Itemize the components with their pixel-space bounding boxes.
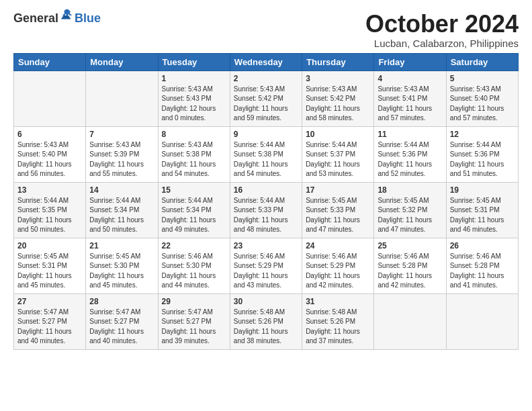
day-info: Sunrise: 5:44 AM Sunset: 5:36 PM Dayligh… (378, 140, 442, 179)
calendar-cell: 20Sunrise: 5:45 AM Sunset: 5:31 PM Dayli… (14, 238, 86, 293)
day-info: Sunrise: 5:44 AM Sunset: 5:35 PM Dayligh… (17, 196, 82, 235)
day-number: 15 (162, 185, 226, 195)
calendar-cell: 1Sunrise: 5:43 AM Sunset: 5:43 PM Daylig… (158, 71, 230, 126)
header-wednesday: Wednesday (230, 53, 302, 71)
day-info: Sunrise: 5:47 AM Sunset: 5:27 PM Dayligh… (17, 308, 82, 347)
day-info: Sunrise: 5:44 AM Sunset: 5:37 PM Dayligh… (306, 140, 370, 179)
day-info: Sunrise: 5:47 AM Sunset: 5:27 PM Dayligh… (89, 308, 154, 347)
day-info: Sunrise: 5:45 AM Sunset: 5:33 PM Dayligh… (306, 196, 370, 235)
day-info: Sunrise: 5:46 AM Sunset: 5:30 PM Dayligh… (162, 252, 226, 291)
day-info: Sunrise: 5:46 AM Sunset: 5:29 PM Dayligh… (234, 252, 298, 291)
calendar-cell: 7Sunrise: 5:43 AM Sunset: 5:39 PM Daylig… (86, 126, 158, 182)
header-tuesday: Tuesday (158, 53, 230, 71)
day-info: Sunrise: 5:45 AM Sunset: 5:30 PM Dayligh… (89, 252, 154, 291)
day-info: Sunrise: 5:43 AM Sunset: 5:43 PM Dayligh… (162, 85, 226, 124)
calendar-cell: 23Sunrise: 5:46 AM Sunset: 5:29 PM Dayli… (230, 238, 302, 293)
day-number: 17 (306, 185, 370, 195)
day-info: Sunrise: 5:43 AM Sunset: 5:40 PM Dayligh… (17, 140, 82, 179)
day-info: Sunrise: 5:43 AM Sunset: 5:42 PM Dayligh… (234, 85, 298, 124)
day-number: 26 (450, 241, 515, 250)
day-number: 4 (378, 74, 442, 83)
day-number: 30 (234, 297, 298, 306)
day-number: 20 (17, 241, 82, 250)
title-block: October 2024 Lucban, Calabarzon, Philipp… (365, 11, 519, 49)
calendar-week-1: 1Sunrise: 5:43 AM Sunset: 5:43 PM Daylig… (14, 71, 519, 126)
header-sunday: Sunday (14, 53, 86, 71)
day-info: Sunrise: 5:43 AM Sunset: 5:41 PM Dayligh… (378, 85, 442, 124)
calendar-cell: 18Sunrise: 5:45 AM Sunset: 5:32 PM Dayli… (374, 182, 446, 238)
month-title: October 2024 (365, 11, 519, 38)
calendar-cell (446, 293, 518, 349)
day-info: Sunrise: 5:44 AM Sunset: 5:34 PM Dayligh… (89, 196, 154, 235)
day-number: 16 (234, 185, 298, 195)
day-info: Sunrise: 5:43 AM Sunset: 5:42 PM Dayligh… (306, 85, 370, 124)
calendar-cell: 19Sunrise: 5:45 AM Sunset: 5:31 PM Dayli… (446, 182, 518, 238)
calendar-cell: 27Sunrise: 5:47 AM Sunset: 5:27 PM Dayli… (14, 293, 86, 349)
calendar-cell: 24Sunrise: 5:46 AM Sunset: 5:29 PM Dayli… (302, 238, 374, 293)
logo-blue-text: Blue (75, 11, 101, 26)
day-number: 27 (17, 297, 82, 306)
day-info: Sunrise: 5:44 AM Sunset: 5:34 PM Dayligh… (162, 196, 226, 235)
calendar-cell: 6Sunrise: 5:43 AM Sunset: 5:40 PM Daylig… (14, 126, 86, 182)
day-number: 29 (162, 297, 226, 306)
day-info: Sunrise: 5:43 AM Sunset: 5:38 PM Dayligh… (162, 140, 226, 179)
calendar-cell: 14Sunrise: 5:44 AM Sunset: 5:34 PM Dayli… (86, 182, 158, 238)
calendar-cell (86, 71, 158, 126)
location: Lucban, Calabarzon, Philippines (365, 38, 519, 49)
calendar-cell: 29Sunrise: 5:47 AM Sunset: 5:27 PM Dayli… (158, 293, 230, 349)
calendar-cell: 26Sunrise: 5:46 AM Sunset: 5:28 PM Dayli… (446, 238, 518, 293)
calendar-cell: 15Sunrise: 5:44 AM Sunset: 5:34 PM Dayli… (158, 182, 230, 238)
calendar-cell: 4Sunrise: 5:43 AM Sunset: 5:41 PM Daylig… (374, 71, 446, 126)
day-info: Sunrise: 5:43 AM Sunset: 5:39 PM Dayligh… (89, 140, 154, 179)
calendar-cell: 22Sunrise: 5:46 AM Sunset: 5:30 PM Dayli… (158, 238, 230, 293)
day-number: 14 (89, 185, 154, 195)
day-info: Sunrise: 5:45 AM Sunset: 5:31 PM Dayligh… (450, 196, 515, 235)
day-number: 23 (234, 241, 298, 250)
day-number: 13 (17, 185, 82, 195)
calendar-cell (374, 293, 446, 349)
calendar-cell: 3Sunrise: 5:43 AM Sunset: 5:42 PM Daylig… (302, 71, 374, 126)
calendar-week-3: 13Sunrise: 5:44 AM Sunset: 5:35 PM Dayli… (14, 182, 519, 238)
day-info: Sunrise: 5:46 AM Sunset: 5:29 PM Dayligh… (306, 252, 370, 291)
day-number: 8 (162, 130, 226, 139)
day-info: Sunrise: 5:48 AM Sunset: 5:26 PM Dayligh… (234, 308, 298, 347)
day-info: Sunrise: 5:46 AM Sunset: 5:28 PM Dayligh… (378, 252, 442, 291)
day-info: Sunrise: 5:44 AM Sunset: 5:36 PM Dayligh… (450, 140, 515, 179)
header-monday: Monday (86, 53, 158, 71)
calendar-cell (14, 71, 86, 126)
day-number: 2 (234, 74, 298, 83)
calendar-cell: 11Sunrise: 5:44 AM Sunset: 5:36 PM Dayli… (374, 126, 446, 182)
calendar-cell: 17Sunrise: 5:45 AM Sunset: 5:33 PM Dayli… (302, 182, 374, 238)
calendar-week-2: 6Sunrise: 5:43 AM Sunset: 5:40 PM Daylig… (14, 126, 519, 182)
calendar-cell: 28Sunrise: 5:47 AM Sunset: 5:27 PM Dayli… (86, 293, 158, 349)
calendar-cell: 10Sunrise: 5:44 AM Sunset: 5:37 PM Dayli… (302, 126, 374, 182)
day-number: 7 (89, 130, 154, 139)
calendar-cell: 25Sunrise: 5:46 AM Sunset: 5:28 PM Dayli… (374, 238, 446, 293)
day-number: 6 (17, 130, 82, 139)
calendar-cell: 9Sunrise: 5:44 AM Sunset: 5:38 PM Daylig… (230, 126, 302, 182)
day-info: Sunrise: 5:44 AM Sunset: 5:38 PM Dayligh… (234, 140, 298, 179)
day-number: 12 (450, 130, 515, 139)
day-info: Sunrise: 5:47 AM Sunset: 5:27 PM Dayligh… (162, 308, 226, 347)
day-number: 10 (306, 130, 370, 139)
day-number: 9 (234, 130, 298, 139)
header-thursday: Thursday (302, 53, 374, 71)
day-number: 21 (89, 241, 154, 250)
day-number: 11 (378, 130, 442, 139)
calendar-cell: 5Sunrise: 5:43 AM Sunset: 5:40 PM Daylig… (446, 71, 518, 126)
header-friday: Friday (374, 53, 446, 71)
header: General Blue October 2024 Lucban, Calaba… (13, 11, 519, 49)
logo-bird-icon (60, 8, 75, 26)
calendar-week-5: 27Sunrise: 5:47 AM Sunset: 5:27 PM Dayli… (14, 293, 519, 349)
day-number: 28 (89, 297, 154, 306)
logo: General Blue (13, 11, 101, 26)
day-number: 24 (306, 241, 370, 250)
calendar-cell: 8Sunrise: 5:43 AM Sunset: 5:38 PM Daylig… (158, 126, 230, 182)
calendar-cell: 30Sunrise: 5:48 AM Sunset: 5:26 PM Dayli… (230, 293, 302, 349)
day-number: 31 (306, 297, 370, 306)
day-info: Sunrise: 5:45 AM Sunset: 5:32 PM Dayligh… (378, 196, 442, 235)
day-number: 19 (450, 185, 515, 195)
calendar-week-4: 20Sunrise: 5:45 AM Sunset: 5:31 PM Dayli… (14, 238, 519, 293)
day-info: Sunrise: 5:45 AM Sunset: 5:31 PM Dayligh… (17, 252, 82, 291)
calendar-cell: 13Sunrise: 5:44 AM Sunset: 5:35 PM Dayli… (14, 182, 86, 238)
